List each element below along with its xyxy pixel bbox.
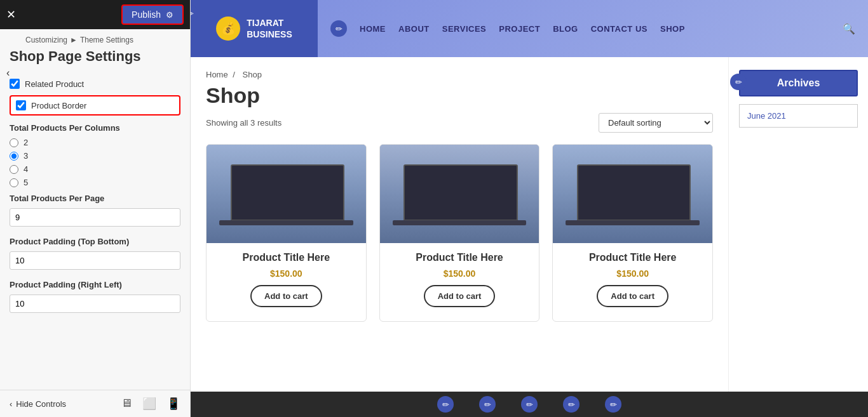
related-product-label: Related Product: [25, 79, 84, 89]
publish-label: Publish: [132, 10, 161, 20]
product-price: $150.00: [217, 268, 356, 279]
footer-dot-3[interactable]: ✏: [521, 396, 538, 413]
related-product-row: Related Product: [10, 79, 180, 89]
nav-home[interactable]: HOME: [360, 24, 386, 34]
logo-area: ✏ 💰 TIJARAT BUSINESS: [191, 0, 318, 57]
nav-contact[interactable]: CONTACT US: [591, 24, 648, 34]
product-card: Product Title Here $150.00 Add to cart: [552, 144, 713, 322]
breadcrumb-sep: ►: [70, 36, 78, 44]
chevron-left-icon: ‹: [10, 399, 12, 409]
gear-icon: ⚙: [166, 10, 173, 20]
tablet-icon[interactable]: ⬜: [142, 397, 156, 411]
preview-panel: ✏ 💰 TIJARAT BUSINESS ✏ HOME ABOUT SERVIC…: [191, 0, 868, 417]
shop-sidebar: ✏ Archives June 2021: [728, 57, 868, 392]
shop-breadcrumb: Home / Shop: [206, 70, 713, 79]
product-image: [553, 145, 712, 243]
customizer-panel: ✕ Publish ⚙ ‹ Customizing ► Theme Settin…: [0, 0, 191, 417]
nav-shop[interactable]: SHOP: [660, 24, 685, 34]
desktop-icon[interactable]: 🖥: [121, 397, 132, 411]
col-4-row: 4: [10, 164, 180, 174]
archive-link-june-2021[interactable]: June 2021: [747, 111, 850, 121]
sort-select[interactable]: Default sorting Sort by popularity Sort …: [599, 113, 713, 133]
col-2-radio[interactable]: [10, 138, 18, 147]
nav-about[interactable]: ABOUT: [398, 24, 430, 34]
padding-tb-input[interactable]: [10, 251, 180, 270]
product-thumbnail: [553, 145, 712, 243]
footer-dot-5[interactable]: ✏: [605, 396, 621, 413]
product-info: Product Title Here $150.00 Add to cart: [553, 243, 712, 321]
product-thumbnail: [207, 145, 366, 243]
footer-dot-4[interactable]: ✏: [563, 396, 580, 413]
widget-body: June 2021: [739, 104, 858, 128]
nav-services[interactable]: SERVICES: [442, 24, 487, 34]
per-page-input[interactable]: [10, 208, 180, 227]
main-content: Home / Shop Shop Showing all 3 results D…: [191, 57, 868, 392]
col-5-label: 5: [24, 178, 28, 187]
product-border-box: Product Border: [10, 95, 180, 116]
product-info: Product Title Here $150.00 Add to cart: [380, 243, 539, 321]
padding-tb-field: [10, 251, 180, 277]
search-icon[interactable]: 🔍: [843, 23, 855, 35]
site-nav: ✏ HOME ABOUT SERVICES PROJECT BLOG CONTA…: [318, 20, 868, 37]
product-price: $150.00: [563, 268, 702, 279]
breadcrumb-home[interactable]: Home: [206, 70, 228, 79]
shop-meta-row: Showing all 3 results Default sorting So…: [206, 113, 713, 133]
breadcrumb: Customizing ► Theme Settings: [0, 29, 190, 47]
col-3-radio[interactable]: [10, 152, 18, 161]
add-to-cart-button[interactable]: Add to cart: [424, 285, 496, 307]
product-thumbnail: [380, 145, 539, 243]
archives-widget-title: Archives: [739, 70, 858, 96]
logo-text: TIJARAT BUSINESS: [247, 17, 292, 40]
footer-dot-1[interactable]: ✏: [437, 396, 454, 413]
col-3-label: 3: [24, 151, 28, 161]
product-border-label: Product Border: [31, 101, 86, 110]
logo-icon: 💰: [216, 17, 240, 41]
padding-rl-label: Product Padding (Right Left): [10, 280, 180, 289]
col-5-radio[interactable]: [10, 178, 18, 187]
product-title: Product Title Here: [563, 251, 702, 265]
widget-edit-pencil[interactable]: ✏: [730, 74, 747, 90]
product-title: Product Title Here: [217, 251, 356, 265]
product-image: [380, 145, 539, 243]
product-card: Product Title Here $150.00 Add to cart: [206, 144, 367, 322]
close-button[interactable]: ✕: [6, 8, 16, 22]
col-2-label: 2: [24, 138, 28, 147]
product-title: Product Title Here: [390, 251, 529, 265]
padding-tb-label: Product Padding (Top Bottom): [10, 237, 180, 246]
publish-button[interactable]: Publish ⚙: [121, 4, 184, 25]
col-4-radio[interactable]: [10, 165, 18, 174]
logo-edit-pencil[interactable]: ✏: [191, 5, 198, 22]
shop-title: Shop: [206, 83, 713, 108]
site-footer: ✏ ✏ ✏ ✏ ✏: [191, 392, 868, 417]
shop-area: Home / Shop Shop Showing all 3 results D…: [191, 57, 728, 392]
product-border-row: Product Border: [16, 100, 174, 110]
nav-edit-pencil[interactable]: ✏: [330, 20, 347, 37]
padding-rl-field: [10, 295, 180, 321]
related-product-checkbox[interactable]: [10, 79, 20, 89]
footer-icons: 🖥 ⬜ 📱: [121, 397, 180, 411]
products-grid: Product Title Here $150.00 Add to cart P…: [206, 144, 713, 322]
panel-content: Related Product Product Border Total Pro…: [0, 72, 190, 390]
hide-controls-label: Hide Controls: [16, 399, 66, 409]
nav-blog[interactable]: BLOG: [553, 24, 578, 34]
col-2-row: 2: [10, 138, 180, 147]
product-image: [207, 145, 366, 243]
showing-results: Showing all 3 results: [206, 118, 281, 128]
footer-dot-2[interactable]: ✏: [479, 396, 496, 413]
nav-project[interactable]: PROJECT: [499, 24, 540, 34]
add-to-cart-button[interactable]: Add to cart: [250, 285, 322, 307]
panel-title: Shop Page Settings: [0, 47, 190, 72]
site-header: ✏ 💰 TIJARAT BUSINESS ✏ HOME ABOUT SERVIC…: [191, 0, 868, 57]
widget-archives: ✏ Archives June 2021: [739, 70, 858, 128]
top-bar: ✕ Publish ⚙: [0, 0, 190, 29]
back-arrow-button[interactable]: ‹: [6, 67, 10, 79]
product-card: Product Title Here $150.00 Add to cart: [379, 144, 540, 322]
product-border-checkbox[interactable]: [16, 100, 26, 110]
hide-controls-button[interactable]: ‹ Hide Controls: [10, 399, 66, 409]
per-page-field: [10, 208, 180, 234]
add-to-cart-button[interactable]: Add to cart: [597, 285, 668, 307]
mobile-icon[interactable]: 📱: [166, 397, 180, 411]
padding-rl-input[interactable]: [10, 295, 180, 313]
panel-footer: ‹ Hide Controls 🖥 ⬜ 📱: [0, 390, 190, 417]
per-page-label: Total Products Per Page: [10, 194, 180, 203]
